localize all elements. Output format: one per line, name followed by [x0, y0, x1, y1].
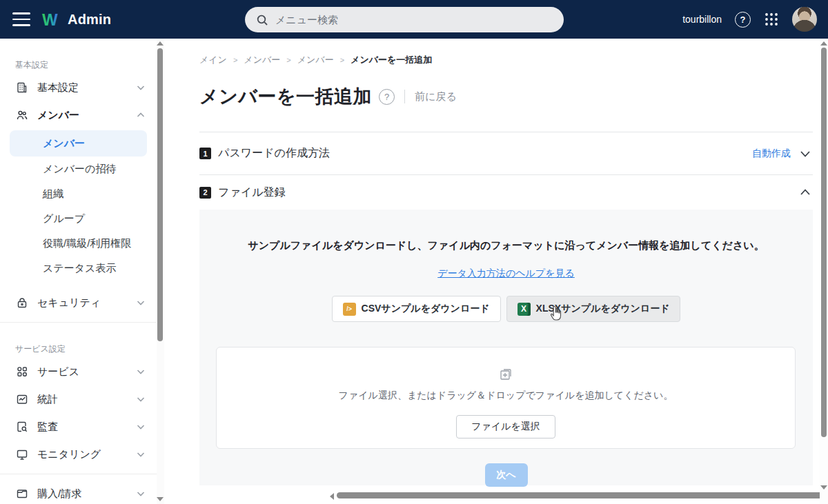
vertical-scrollbar-thumb[interactable]: [821, 48, 827, 437]
xlsx-sample-download-button[interactable]: X XLSXサンプルをダウンロード: [506, 296, 681, 322]
breadcrumb-current: メンバーを一括追加: [351, 54, 432, 66]
apps-icon: [15, 365, 29, 379]
breadcrumb-separator: >: [286, 56, 290, 64]
search-icon: [255, 13, 269, 27]
sidebar-item-basic-settings[interactable]: 基本設定: [0, 74, 157, 101]
add-file-icon: [497, 365, 514, 382]
audit-document-icon: [15, 420, 29, 434]
monitor-icon: [15, 447, 29, 461]
horizontal-scrollbar-thumb[interactable]: [337, 492, 820, 498]
sidebar-scrollbar[interactable]: [157, 39, 164, 504]
scroll-up-arrow-icon[interactable]: [820, 41, 827, 46]
chart-icon: [15, 392, 29, 406]
user-avatar[interactable]: [792, 7, 817, 32]
main-content: メイン > メンバー > メンバー > メンバーを一括追加 メンバーを一括追加 …: [164, 39, 820, 504]
sidebar-item-label: モニタリング: [37, 448, 135, 461]
sidebar-item-label: 購入/請求: [37, 487, 135, 501]
topbar: W Admin tourbillon ?: [0, 0, 828, 39]
sidebar-scrollbar-thumb[interactable]: [157, 48, 163, 341]
sidebar: 基本設定 基本設定 メンバー メンバー メンバーの招待 組織 グループ 役職/職…: [0, 39, 157, 504]
mouse-pointer-icon: [548, 305, 564, 323]
menu-search-bar[interactable]: [245, 7, 564, 32]
hamburger-menu-icon[interactable]: [12, 12, 30, 26]
accordion-password-method[interactable]: 1 パスワードの作成方法 自動作成: [199, 132, 813, 174]
members-submenu: メンバー メンバーの招待 組織 グループ 役職/職級/利用権限 ステータス表示: [0, 129, 157, 283]
scroll-up-arrow-icon[interactable]: [157, 41, 164, 46]
breadcrumb-item[interactable]: メンバー: [244, 54, 280, 66]
back-link[interactable]: 前に戻る: [415, 90, 457, 103]
chevron-down-icon[interactable]: [798, 146, 813, 161]
sidebar-item-label: メンバー: [37, 109, 135, 122]
data-entry-help-link[interactable]: データ入力方法のヘルプを見る: [437, 268, 575, 280]
step-badge: 1: [199, 148, 211, 159]
csv-file-icon: />: [343, 303, 356, 316]
accordion-title: ファイル登録: [218, 185, 798, 200]
chevron-down-icon: [135, 421, 147, 433]
breadcrumb-item[interactable]: メンバー: [297, 54, 334, 66]
breadcrumb-separator: >: [340, 56, 344, 64]
chevron-down-icon: [135, 393, 147, 405]
next-button[interactable]: 次へ: [485, 463, 528, 487]
works-logo-icon[interactable]: W: [41, 10, 62, 28]
xlsx-file-icon: X: [518, 303, 531, 316]
page-title: メンバーを一括追加: [199, 84, 372, 109]
sidebar-divider: [0, 474, 157, 474]
vertical-scrollbar[interactable]: [820, 39, 828, 504]
select-file-button[interactable]: ファイルを選択: [456, 415, 555, 439]
scroll-down-arrow-icon[interactable]: [820, 485, 827, 490]
people-icon: [15, 108, 29, 122]
billing-card-icon: [15, 487, 29, 501]
sidebar-item-purchase-billing[interactable]: 購入/請求: [0, 480, 157, 504]
help-icon[interactable]: ?: [735, 12, 751, 28]
sidebar-item-monitoring[interactable]: モニタリング: [0, 441, 157, 468]
sidebar-subitem-organization[interactable]: 組織: [10, 181, 147, 206]
apps-grid-icon[interactable]: [764, 12, 779, 27]
sidebar-item-audit[interactable]: 監査: [0, 413, 157, 441]
chevron-down-icon: [135, 487, 147, 500]
scroll-down-arrow-icon[interactable]: [157, 497, 164, 501]
file-upload-panel: サンプルファイルをダウンロードし、ファイル内のフォーマットに沿ってメンバー情報を…: [199, 210, 813, 485]
chevron-down-icon: [135, 365, 147, 378]
file-dropzone[interactable]: ファイル選択、またはドラッグ＆ドロップでファイルを追加してください。 ファイルを…: [216, 347, 796, 449]
sidebar-item-label: サービス: [37, 365, 135, 379]
sidebar-subitem-members[interactable]: メンバー: [10, 130, 147, 157]
csv-sample-download-button[interactable]: /> CSVサンプルをダウンロード: [332, 296, 501, 322]
app-title: Admin: [68, 12, 111, 28]
breadcrumb-item[interactable]: メイン: [199, 54, 227, 66]
instruction-text: サンプルファイルをダウンロードし、ファイル内のフォーマットに沿ってメンバー情報を…: [199, 210, 813, 252]
title-help-icon[interactable]: ?: [379, 89, 395, 105]
sidebar-subitem-member-invite[interactable]: メンバーの招待: [10, 157, 147, 181]
accordion-selected-value: 自動作成: [752, 148, 791, 160]
chevron-down-icon: [135, 81, 147, 94]
sidebar-section-basic-label: 基本設定: [15, 59, 157, 71]
chevron-down-icon: [135, 296, 147, 309]
horizontal-scrollbar[interactable]: [328, 490, 820, 500]
scroll-left-arrow-icon[interactable]: [330, 493, 334, 500]
username-label: tourbillon: [682, 14, 722, 25]
sidebar-subitem-groups[interactable]: グループ: [10, 206, 147, 231]
sidebar-item-label: セキュリティ: [37, 296, 135, 310]
sidebar-item-security[interactable]: セキュリティ: [0, 289, 157, 316]
sidebar-item-label: 基本設定: [37, 81, 135, 94]
svg-text:W: W: [42, 10, 58, 28]
sidebar-item-label: 統計: [37, 393, 135, 406]
sidebar-item-label: 監査: [37, 421, 135, 434]
sidebar-item-statistics[interactable]: 統計: [0, 385, 157, 413]
search-input[interactable]: [275, 14, 538, 26]
chevron-up-icon[interactable]: [798, 185, 813, 200]
sidebar-subitem-roles[interactable]: 役職/職級/利用権限: [10, 231, 147, 256]
breadcrumb-separator: >: [233, 56, 237, 64]
lock-icon: [15, 296, 29, 310]
sidebar-section-service-label: サービス設定: [15, 343, 157, 355]
chevron-down-icon: [135, 448, 147, 461]
chevron-up-icon: [135, 109, 147, 121]
sidebar-item-members[interactable]: メンバー: [0, 101, 157, 129]
dropzone-text: ファイル選択、またはドラッグ＆ドロップでファイルを追加してください。: [217, 390, 795, 402]
sidebar-item-services[interactable]: サービス: [0, 358, 157, 385]
step-badge: 2: [199, 187, 211, 199]
sidebar-subitem-status-display[interactable]: ステータス表示: [10, 256, 147, 281]
breadcrumb: メイン > メンバー > メンバー > メンバーを一括追加: [199, 39, 813, 66]
title-divider: [404, 90, 405, 103]
accordion-file-upload[interactable]: 2 ファイル登録: [199, 174, 813, 210]
building-icon: [15, 81, 29, 94]
